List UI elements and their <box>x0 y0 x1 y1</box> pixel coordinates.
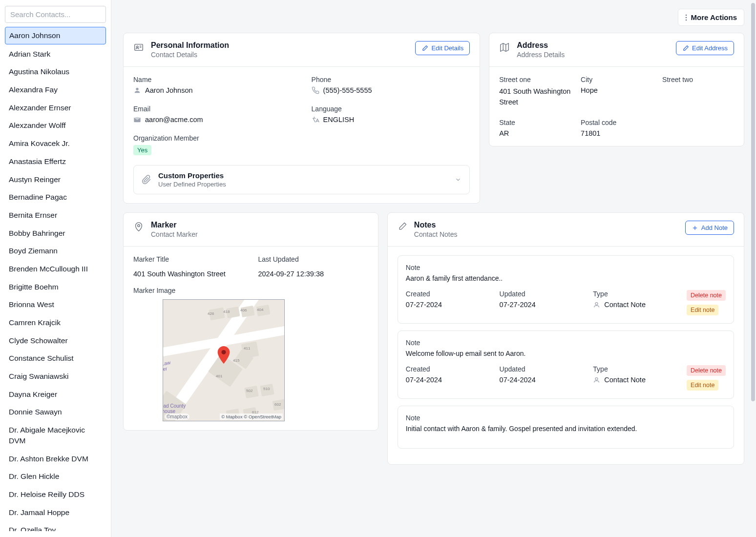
marker-title-value: 401 South Washington Street <box>133 270 243 278</box>
contact-item[interactable]: Craig Swaniawski <box>5 368 106 385</box>
contact-item[interactable]: Clyde Schowalter <box>5 332 106 349</box>
map-attribution: © Mapbox © OpenStreetMap <box>220 413 283 420</box>
contact-item[interactable]: Alexandra Fay <box>5 82 106 98</box>
map-logo: ©mapbox <box>165 413 189 420</box>
contact-item[interactable]: Agustina Nikolaus <box>5 63 106 80</box>
note-updated-value: 07-27-2024 <box>500 301 588 309</box>
contact-item[interactable]: Brenden McCullough III <box>5 261 106 277</box>
contact-item[interactable]: Constance Schulist <box>5 350 106 367</box>
svg-point-2 <box>685 19 687 21</box>
svg-point-1 <box>685 17 687 18</box>
pencil-icon <box>682 45 689 52</box>
contact-item[interactable]: Dr. Ozella Toy <box>5 522 106 531</box>
edit-details-button[interactable]: Edit Details <box>415 41 470 55</box>
contact-item[interactable]: Amira Kovacek Jr. <box>5 135 106 152</box>
address-card: Address Address Details Edit Address <box>489 33 744 146</box>
contact-item[interactable]: Dr. Ashton Brekke DVM <box>5 451 106 467</box>
street1-label: Street one <box>499 76 571 83</box>
search-input[interactable] <box>5 6 106 23</box>
note-header: Note <box>406 414 726 422</box>
language-value: ENGLISH <box>323 116 355 124</box>
note-type-label: Type <box>593 290 682 298</box>
more-icon <box>685 14 687 21</box>
note-type-label: Type <box>593 365 682 373</box>
custom-properties-toggle[interactable]: Custom Properties User Defined Propertie… <box>133 165 470 194</box>
street2-label: Street two <box>662 76 734 83</box>
state-label: State <box>499 119 571 126</box>
note-created-value: 07-27-2024 <box>406 301 495 309</box>
contact-item[interactable]: Alexzander Wolff <box>5 117 106 134</box>
contact-item[interactable]: Boyd Ziemann <box>5 243 106 259</box>
note-created-value: 07-24-2024 <box>406 376 495 384</box>
contact-item[interactable]: Brigitte Boehm <box>5 279 106 295</box>
marker-image-label: Marker Image <box>133 287 368 294</box>
note-text: Welcome follow-up email sent to Aaron. <box>406 350 726 357</box>
svg-point-4 <box>136 46 138 48</box>
pencil-icon <box>398 222 407 231</box>
contact-item[interactable]: Dr. Jamaal Hoppe <box>5 504 106 521</box>
note-text: Aaron & family first attendance.. <box>406 274 726 282</box>
contact-item[interactable]: Bernita Ernser <box>5 207 106 224</box>
custom-props-subtitle: User Defined Properties <box>158 181 226 188</box>
note-text: Initial contact with Aaron & family. Gos… <box>406 425 726 433</box>
contact-item[interactable]: Dr. Glen Hickle <box>5 468 106 485</box>
address-subtitle: Address Details <box>517 51 565 59</box>
personal-info-title: Personal Information <box>151 41 229 50</box>
more-actions-label: More Actions <box>691 13 737 21</box>
address-title: Address <box>517 41 565 50</box>
phone-label: Phone <box>312 76 470 83</box>
note-header: Note <box>406 339 726 347</box>
svg-point-12 <box>222 350 226 354</box>
edit-note-button[interactable]: Edit note <box>687 380 718 391</box>
svg-marker-8 <box>501 43 509 52</box>
more-actions-button[interactable]: More Actions <box>678 9 744 26</box>
contact-item[interactable]: Aaron Johnson <box>5 27 106 44</box>
pencil-icon <box>421 45 428 52</box>
contact-item[interactable]: Dr. Abigale Macejkovic DVM <box>5 422 106 449</box>
marker-subtitle: Contact Marker <box>151 230 198 238</box>
contact-item[interactable]: Anastasia Effertz <box>5 153 106 170</box>
notes-title: Notes <box>414 221 458 229</box>
person-icon <box>593 376 600 384</box>
edit-address-button[interactable]: Edit Address <box>676 41 734 55</box>
delete-note-button[interactable]: Delete note <box>687 365 726 376</box>
postal-value: 71801 <box>581 129 652 137</box>
contact-item[interactable]: Brionna West <box>5 296 106 313</box>
contact-item[interactable]: Dayna Kreiger <box>5 386 106 403</box>
contact-item[interactable]: Camren Krajcik <box>5 314 106 331</box>
email-label: Email <box>133 105 292 113</box>
contact-item[interactable]: Austyn Reinger <box>5 171 106 188</box>
phone-value: (555)-555-5555 <box>323 86 372 94</box>
svg-rect-3 <box>135 44 143 51</box>
contact-item[interactable]: Donnie Sawayn <box>5 404 106 420</box>
contact-item[interactable]: Bernadine Pagac <box>5 189 106 206</box>
notes-card: Notes Contact Notes Add Note NoteAaron &… <box>387 212 744 465</box>
add-note-button[interactable]: Add Note <box>685 221 734 235</box>
scrollbar[interactable] <box>751 3 755 534</box>
contact-item[interactable]: Dr. Heloise Reilly DDS <box>5 486 106 503</box>
contact-item[interactable]: Bobby Bahringer <box>5 225 106 242</box>
edit-note-button[interactable]: Edit note <box>687 305 718 315</box>
phone-icon <box>312 86 319 94</box>
person-icon <box>593 301 600 309</box>
city-label: City <box>581 76 652 83</box>
id-card-icon <box>133 42 144 53</box>
email-icon <box>133 116 141 124</box>
note-updated-value: 07-24-2024 <box>500 376 588 384</box>
contacts-sidebar: Aaron JohnsonAdrian StarkAgustina Nikola… <box>0 0 111 537</box>
marker-map[interactable]: y Lawnter ead Countythouse 426 418 406 4… <box>163 299 285 421</box>
map-pin-icon <box>217 346 231 364</box>
contact-list[interactable]: Aaron JohnsonAdrian StarkAgustina Nikola… <box>5 27 106 531</box>
delete-note-button[interactable]: Delete note <box>687 290 726 301</box>
plus-icon <box>692 225 698 231</box>
paperclip-icon <box>142 175 151 185</box>
contact-item[interactable]: Alexzander Ernser <box>5 100 106 116</box>
personal-info-card: Personal Information Contact Details Edi… <box>123 33 480 204</box>
note-updated-label: Updated <box>500 365 588 373</box>
note-type-value: Contact Note <box>593 301 682 309</box>
contact-item[interactable]: Adrian Stark <box>5 46 106 62</box>
person-icon <box>133 86 141 94</box>
note-item: NoteInitial contact with Aaron & family.… <box>398 406 734 449</box>
note-item: NoteWelcome follow-up email sent to Aaro… <box>398 330 734 399</box>
marker-updated-label: Last Updated <box>258 255 368 263</box>
